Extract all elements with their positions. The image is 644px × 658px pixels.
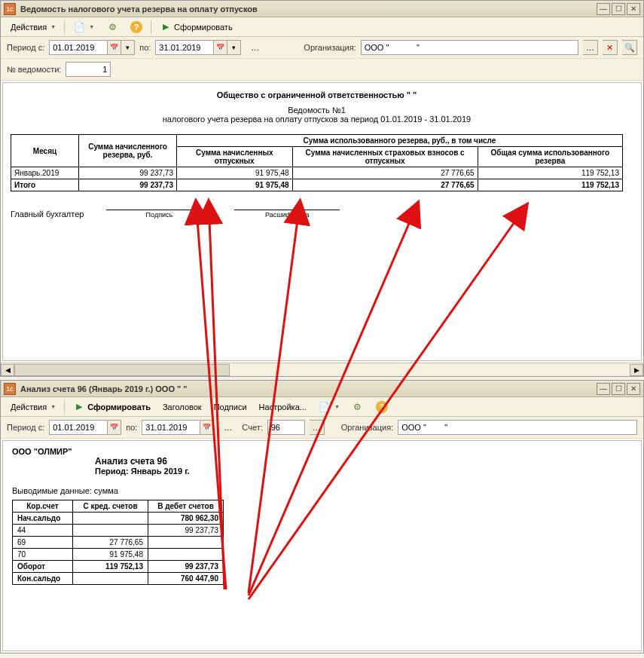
minimize-button[interactable]: — (597, 3, 610, 15)
date-to-input[interactable] (155, 40, 214, 55)
actions-label: Действия (11, 23, 47, 32)
help-button[interactable]: ? (125, 19, 148, 35)
window-controls: — ☐ ✕ (597, 3, 640, 15)
minimize-button[interactable]: — (597, 383, 610, 395)
table-row: Кон.сальдо760 447,90 (13, 573, 224, 585)
gear-icon: ⚙ (106, 21, 118, 33)
calendar-icon[interactable]: 📅 (108, 40, 121, 55)
close-button[interactable]: ✕ (627, 383, 640, 395)
cell-acc: Оборот (13, 561, 73, 573)
account-label: Счет: (242, 423, 262, 432)
cell-total-ins: 27 776,65 (292, 179, 478, 191)
cell-debet: 99 237,73 (148, 561, 224, 573)
document-icon: 📄 (319, 401, 331, 413)
vedomost-no-input[interactable] (66, 62, 111, 77)
cell-total-total: 119 752,13 (478, 179, 622, 191)
play-icon: ▶ (73, 401, 85, 413)
totals-toggle[interactable]: Подписи (209, 400, 252, 414)
analysis-table: Кор.счет С кред. счетов В дебет счетов Н… (12, 500, 224, 585)
org-label: Организация: (304, 43, 356, 52)
cell-month: Январь.2019 (11, 167, 79, 179)
col-vac: Сумма начисленных отпускных (177, 147, 293, 167)
horizontal-scrollbar[interactable]: ◀ ▶ (1, 363, 643, 376)
scroll-left-button[interactable]: ◀ (1, 364, 14, 376)
params-row-1: Период с: 📅 ▾ по: 📅 ▾ … Организация: … ✕… (1, 37, 643, 59)
actions-menu[interactable]: Действия ▼ (5, 400, 61, 414)
chevron-down-icon: ▼ (50, 404, 56, 409)
maximize-button[interactable]: ☐ (612, 383, 625, 395)
analysis-title: Анализ счета 96 (95, 456, 632, 467)
table-row: 6927 776,65 (13, 537, 224, 549)
titlebar-1: 1c Ведомость налогового учета резерва на… (1, 1, 643, 17)
org-input-2[interactable] (398, 420, 637, 435)
date-to-input-2[interactable] (142, 420, 200, 435)
cell-acc: 70 (13, 549, 73, 561)
separator (64, 400, 65, 414)
settings-button[interactable]: Настройка... (254, 400, 312, 414)
toolbar-icon-4[interactable]: ⚙ (346, 399, 369, 415)
period-picker-button-2[interactable]: … (218, 421, 237, 434)
report-sub2: налогового учета резерва на оплату отпус… (163, 115, 471, 124)
cell-total: 119 752,13 (478, 167, 622, 179)
report-title: Ведомость №1 налогового учета резерва на… (11, 106, 623, 124)
cell-debet: 760 447,90 (148, 573, 224, 585)
scroll-track[interactable] (14, 364, 630, 376)
col-accrued: Сумма начисленного резерва, руб. (79, 135, 177, 167)
header-toggle[interactable]: Заголовок (157, 400, 207, 414)
account-select-button[interactable]: … (310, 420, 325, 435)
scroll-thumb[interactable] (14, 364, 230, 376)
cell-kred (73, 573, 148, 585)
table-row: 4499 237,73 (13, 525, 224, 537)
spin-button[interactable]: ▾ (227, 40, 241, 55)
calendar-icon[interactable]: 📅 (200, 420, 214, 435)
org-input[interactable] (361, 40, 578, 55)
date-to-wrap: 📅 ▾ (155, 40, 241, 55)
period-from-label-2: Период с: (7, 423, 44, 432)
analysis-period: Период: Январь 2019 г. (95, 467, 632, 476)
cell-acc: 44 (13, 525, 73, 537)
separator (151, 20, 151, 34)
col-ins: Сумма начисленных страховых взносов с от… (292, 147, 478, 167)
calendar-icon[interactable]: 📅 (108, 420, 121, 435)
close-button[interactable]: ✕ (627, 3, 640, 15)
play-icon: ▶ (160, 21, 172, 33)
date-from-input[interactable] (49, 40, 108, 55)
period-picker-button[interactable]: … (246, 41, 264, 54)
out-data-label: Выводимые данные: сумма (12, 486, 632, 495)
table-row: Январь.2019 99 237,73 91 975,48 27 776,6… (11, 167, 623, 179)
chief-accountant-label: Главный бухгалтер (11, 210, 84, 219)
toolbar-icon-3[interactable]: 📄▼ (313, 399, 345, 415)
maximize-button[interactable]: ☐ (612, 3, 625, 15)
spin-button[interactable]: ▾ (121, 40, 135, 55)
chevron-down-icon: ▼ (50, 24, 56, 29)
org-select-button[interactable]: … (583, 40, 598, 55)
scroll-right-button[interactable]: ▶ (630, 364, 643, 376)
toolbar-icon-2[interactable]: ⚙ (101, 19, 124, 35)
help-button[interactable]: ? (371, 399, 393, 415)
params-row-3: Период с: 📅 по: 📅 … Счет: … Организация: (1, 417, 643, 439)
report-area-2: ООО "ОЛМИР" Анализ счета 96 Период: Янва… (2, 440, 642, 651)
window-title-2: Анализ счета 96 (Январь 2019 г.) ООО " " (20, 384, 597, 393)
toolbar-1: Действия ▼ 📄▼ ⚙ ? ▶ Сформировать (1, 17, 643, 37)
col-month: Месяц (11, 135, 79, 167)
date-from-input-2[interactable] (49, 420, 108, 435)
cell-acc: Кон.сальдо (13, 573, 73, 585)
cell-debet (148, 549, 224, 561)
period-to-label: по: (139, 43, 151, 52)
actions-menu[interactable]: Действия ▼ (5, 20, 61, 34)
toolbar-icon-1[interactable]: 📄▼ (68, 19, 99, 35)
org-clear-button[interactable]: ✕ (603, 40, 618, 55)
calendar-icon[interactable]: 📅 (214, 40, 227, 55)
chevron-down-icon: ▼ (89, 24, 94, 29)
org-label-2: Организация: (341, 423, 393, 432)
report-org-header: Общество с ограниченной ответственностью… (11, 90, 623, 99)
account-input[interactable] (267, 420, 305, 435)
generate-button[interactable]: ▶ Сформировать (68, 399, 156, 415)
settings-label: Настройка... (259, 402, 307, 412)
date-from-wrap: 📅 ▾ (49, 40, 135, 55)
signature-line-podpis: Подпись (106, 210, 212, 219)
date-from-wrap-2: 📅 (49, 420, 121, 435)
generate-button[interactable]: ▶ Сформировать (154, 19, 238, 35)
window-analysis: 1c Анализ счета 96 (Январь 2019 г.) ООО … (0, 380, 644, 653)
org-search-button[interactable]: 🔍 (622, 40, 637, 55)
